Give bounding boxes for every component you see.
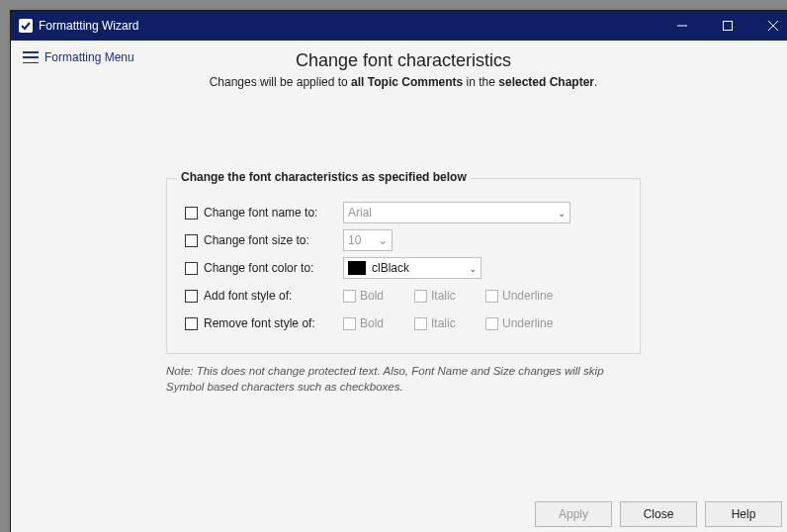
- font-color-value: clBlack: [372, 261, 469, 275]
- remove-font-style-label: Remove font style of:: [204, 316, 315, 330]
- row-font-size: Change font size to: 10 ⌄: [185, 228, 622, 252]
- footer: Apply Close Help: [11, 491, 787, 532]
- help-button[interactable]: Help: [705, 501, 782, 527]
- checkbox-icon: [185, 317, 198, 330]
- formatting-menu-link[interactable]: Formatting Menu: [23, 50, 134, 64]
- row-font-name: Change font name to: Arial ⌄: [185, 201, 622, 224]
- apply-button[interactable]: Apply: [535, 501, 612, 527]
- formatting-menu-label: Formatting Menu: [44, 50, 134, 64]
- checkbox-icon: [185, 207, 198, 220]
- chevron-down-icon: ⌄: [378, 233, 388, 247]
- checkbox-icon: [185, 262, 198, 275]
- change-font-size-label: Change font size to:: [204, 233, 309, 247]
- window: Formattting Wizard Formatting Menu Chang…: [10, 10, 787, 532]
- change-font-name-label: Change font name to:: [204, 206, 317, 220]
- minimize-button[interactable]: [659, 11, 705, 41]
- titlebar: Formattting Wizard: [11, 11, 787, 41]
- window-title: Formattting Wizard: [39, 19, 138, 33]
- remove-font-style-option[interactable]: Remove font style of:: [185, 316, 343, 330]
- maximize-button[interactable]: [705, 11, 750, 41]
- add-font-style-option[interactable]: Add font style of:: [185, 289, 343, 303]
- group-title: Change the font characteristics as speci…: [177, 170, 471, 184]
- row-remove-style: Remove font style of: Bold Italic Underl…: [185, 311, 622, 335]
- remove-underline-option[interactable]: Underline: [485, 316, 553, 330]
- font-color-combo[interactable]: clBlack ⌄: [343, 257, 481, 279]
- font-size-spin[interactable]: 10 ⌄: [343, 229, 393, 251]
- change-font-size-option[interactable]: Change font size to:: [185, 233, 343, 247]
- change-font-name-option[interactable]: Change font name to:: [185, 206, 343, 220]
- page-subtitle: Changes will be applied to all Topic Com…: [11, 75, 787, 89]
- font-characteristics-group: Change the font characteristics as speci…: [166, 178, 641, 354]
- checkbox-icon: [414, 290, 427, 303]
- color-swatch: [348, 261, 366, 275]
- close-button[interactable]: [750, 11, 787, 41]
- checkbox-icon: [343, 317, 356, 330]
- note-text: Note: This does not change protected tex…: [166, 364, 641, 395]
- remove-bold-option[interactable]: Bold: [343, 316, 406, 330]
- change-font-color-option[interactable]: Change font color to:: [185, 261, 343, 275]
- remove-italic-option[interactable]: Italic: [414, 316, 478, 330]
- change-font-color-label: Change font color to:: [204, 261, 313, 275]
- app-icon: [19, 19, 33, 33]
- row-font-color: Change font color to: clBlack ⌄: [185, 256, 622, 280]
- add-font-style-label: Add font style of:: [204, 289, 292, 303]
- font-size-value: 10: [348, 233, 361, 247]
- add-bold-option[interactable]: Bold: [343, 289, 406, 303]
- font-name-combo[interactable]: Arial ⌄: [343, 202, 570, 223]
- checkbox-icon: [185, 234, 198, 247]
- content-area: Formatting Menu Change font characterist…: [11, 41, 787, 532]
- checkbox-icon: [485, 317, 498, 330]
- svg-rect-1: [724, 22, 733, 31]
- add-italic-option[interactable]: Italic: [414, 289, 478, 303]
- chevron-down-icon: ⌄: [558, 208, 566, 219]
- add-underline-option[interactable]: Underline: [485, 289, 553, 303]
- checkbox-icon: [485, 290, 498, 303]
- hamburger-icon: [23, 51, 39, 63]
- checkbox-icon: [185, 290, 198, 303]
- checkbox-icon: [343, 290, 356, 303]
- row-add-style: Add font style of: Bold Italic Underline: [185, 284, 622, 308]
- chevron-down-icon: ⌄: [469, 263, 477, 274]
- checkbox-icon: [414, 317, 427, 330]
- font-name-value: Arial: [348, 206, 558, 220]
- close-dialog-button[interactable]: Close: [620, 501, 697, 527]
